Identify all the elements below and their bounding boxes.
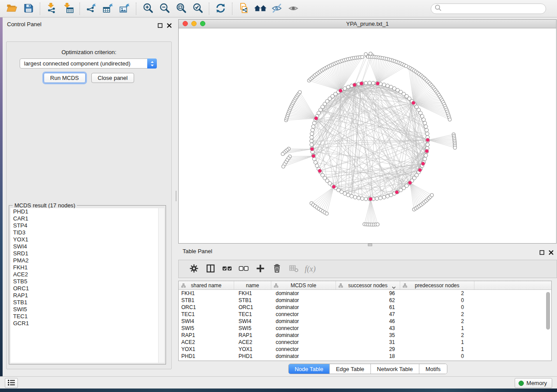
close-panel-icon[interactable]	[167, 22, 172, 30]
table-cell[interactable]: 47	[336, 311, 400, 318]
mcds-result-item[interactable]: GCR1	[10, 320, 164, 327]
table-cell[interactable]: PHD1	[179, 353, 234, 360]
table-cell[interactable]: STB1	[234, 297, 271, 304]
import-network-button[interactable]	[43, 1, 60, 16]
table-cell[interactable]: dominator	[271, 290, 336, 297]
select-all-button[interactable]	[219, 261, 235, 276]
table-cell[interactable]: ACE2	[179, 339, 234, 346]
tab-node-table[interactable]: Node Table	[288, 364, 330, 374]
table-cell[interactable]: RAP1	[179, 332, 234, 339]
mcds-result-item[interactable]: STB5	[10, 278, 164, 285]
open-session-button[interactable]	[3, 1, 20, 16]
table-cell[interactable]: STB1	[179, 297, 234, 304]
table-cell[interactable]: 29	[336, 346, 400, 353]
table-cell[interactable]: TEC1	[234, 311, 271, 318]
table-cell[interactable]: connector	[271, 311, 336, 318]
table-cell[interactable]: 1	[400, 325, 474, 332]
table-cell[interactable]: 1	[400, 339, 474, 346]
mcds-result-item[interactable]: STB1	[10, 299, 164, 306]
float-panel-icon[interactable]	[540, 249, 544, 257]
table-cell[interactable]: SWI5	[179, 325, 234, 332]
table-scrollbar-thumb[interactable]	[546, 292, 550, 330]
table-cell[interactable]: SWI4	[234, 318, 271, 325]
memory-button[interactable]: Memory	[515, 378, 552, 388]
mcds-result-item[interactable]: SWI5	[10, 306, 164, 313]
table-cell[interactable]: dominator	[271, 353, 336, 360]
column-header-successor-nodes[interactable]: successor nodes	[336, 281, 400, 289]
table-cell[interactable]: FKH1	[234, 290, 271, 297]
zoom-fit-button[interactable]	[173, 1, 189, 16]
table-cell[interactable]: 1	[400, 346, 474, 353]
table-cell[interactable]: ORC1	[179, 304, 234, 311]
table-row[interactable]: PHD1PHD1dominator180	[179, 353, 551, 360]
table-row[interactable]: ORC1ORC1dominator610	[179, 304, 551, 311]
import-table-button[interactable]	[60, 1, 76, 16]
show-columns-button[interactable]	[202, 261, 219, 276]
save-session-button[interactable]	[20, 1, 37, 16]
delete-column-button[interactable]	[269, 261, 285, 276]
mcds-result-item[interactable]: FKH1	[10, 264, 164, 271]
table-cell[interactable]: ORC1	[234, 304, 271, 311]
table-cell[interactable]: 2	[400, 332, 474, 339]
table-row[interactable]: TEC1TEC1connector472	[179, 311, 551, 318]
table-cell[interactable]: SWI5	[234, 325, 271, 332]
mcds-result-item[interactable]: TEC1	[10, 313, 164, 320]
tab-edge-table[interactable]: Edge Table	[330, 364, 371, 374]
table-row[interactable]: SWI4SWI4dominator462	[179, 318, 551, 325]
table-row[interactable]: STB1STB1dominator620	[179, 297, 551, 304]
table-cell[interactable]: 0	[400, 297, 474, 304]
export-image-button[interactable]	[116, 1, 133, 16]
mcds-result-item[interactable]: STP4	[10, 222, 164, 229]
mcds-result-item[interactable]: PHD1	[10, 208, 164, 215]
mcds-result-item[interactable]: ACE2	[10, 271, 164, 278]
table-row[interactable]: YOX1YOX1connector291	[179, 346, 551, 353]
delete-table-button[interactable]	[285, 261, 302, 276]
close-panel-button[interactable]: Close panel	[91, 73, 135, 83]
network-canvas[interactable]	[179, 28, 556, 243]
tab-motifs[interactable]: Motifs	[419, 364, 447, 374]
export-table-button[interactable]	[100, 1, 116, 16]
table-cell[interactable]: TEC1	[179, 311, 234, 318]
mcds-result-item[interactable]: TID3	[10, 229, 164, 236]
mcds-result-item[interactable]: YOX1	[10, 236, 164, 243]
mcds-result-item[interactable]: PMA2	[10, 257, 164, 264]
table-cell[interactable]: 2	[400, 290, 474, 297]
table-row[interactable]: SWI5SWI5connector431	[179, 325, 551, 332]
horizontal-splitter-handle[interactable]	[368, 244, 372, 246]
search-input[interactable]	[444, 5, 546, 13]
show-task-history-button[interactable]	[5, 378, 18, 388]
table-cell[interactable]: 0	[400, 304, 474, 311]
network-window-titlebar[interactable]: YPA_prune.txt_1	[179, 20, 556, 28]
deselect-all-button[interactable]	[235, 261, 252, 276]
table-cell[interactable]: connector	[271, 339, 336, 346]
table-cell[interactable]: SWI4	[179, 318, 234, 325]
mcds-result-item[interactable]: ORC1	[10, 285, 164, 292]
run-mcds-button[interactable]: Run MCDS	[44, 73, 86, 83]
zoom-out-button[interactable]	[156, 1, 173, 16]
table-cell[interactable]: 62	[336, 297, 400, 304]
close-window-traffic-light[interactable]	[183, 21, 188, 26]
table-cell[interactable]: PHD1	[234, 353, 271, 360]
table-cell[interactable]: 96	[336, 290, 400, 297]
create-column-button[interactable]	[252, 261, 269, 276]
table-cell[interactable]: YOX1	[179, 346, 234, 353]
duplicate-network-button[interactable]	[235, 1, 252, 16]
close-panel-icon[interactable]	[549, 249, 554, 257]
table-cell[interactable]: connector	[271, 346, 336, 353]
first-neighbors-button[interactable]	[252, 1, 269, 16]
table-cell[interactable]: 43	[336, 325, 400, 332]
table-row[interactable]: FKH1FKH1dominator962	[179, 290, 551, 297]
table-cell[interactable]: 46	[336, 318, 400, 325]
tab-network-table[interactable]: Network Table	[371, 364, 419, 374]
mcds-result-item[interactable]: SRD1	[10, 250, 164, 257]
hide-selected-button[interactable]	[269, 1, 285, 16]
column-header-name[interactable]: name	[234, 281, 271, 289]
table-cell[interactable]: YOX1	[234, 346, 271, 353]
table-cell[interactable]: 2	[400, 311, 474, 318]
zoom-selected-button[interactable]	[189, 1, 206, 16]
column-header-shared-name[interactable]: shared name	[179, 281, 234, 289]
function-builder-button[interactable]: f(x)	[302, 261, 318, 276]
export-network-button[interactable]	[83, 1, 100, 16]
table-cell[interactable]: 31	[336, 339, 400, 346]
table-settings-button[interactable]	[186, 261, 202, 276]
